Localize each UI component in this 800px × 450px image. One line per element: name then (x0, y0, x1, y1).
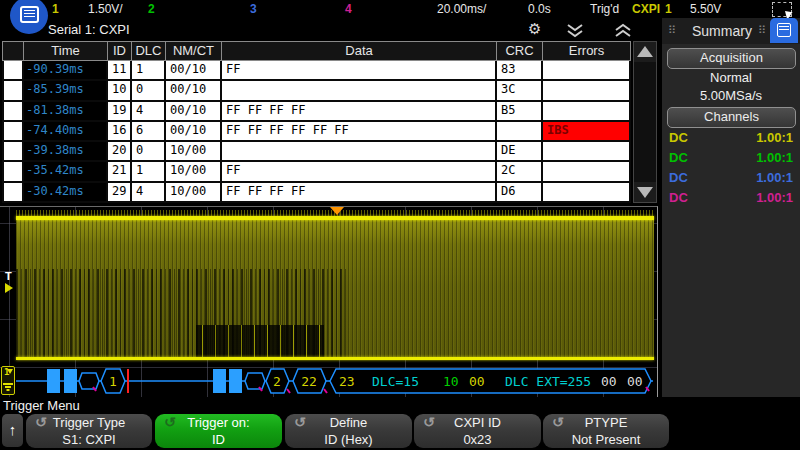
timebase-readout[interactable]: 20.00ms/ (437, 2, 486, 16)
gear-icon[interactable]: ⚙ (528, 20, 541, 38)
waveform-low-level (16, 357, 654, 360)
cell-dlc: 6 (132, 122, 166, 142)
cell-crc: D6 (497, 183, 543, 203)
trigger-status: Trig'd (590, 2, 619, 16)
decode-counter: 22 (301, 374, 317, 389)
serial-panel-title: Serial 1: CXPI (48, 22, 130, 37)
sidebar-title: Summary (692, 23, 752, 39)
table-row[interactable]: -74.40ms 16 6 00/10 FF FF FF FF FF FF IB… (2, 122, 631, 142)
channel-1-badge[interactable]: 1 (52, 2, 59, 16)
channel-2-badge[interactable]: 2 (148, 2, 155, 16)
cell-nmct: 00/10 (166, 81, 222, 101)
cell-dlc: 0 (132, 81, 166, 101)
cell-dlc: 4 (132, 183, 166, 203)
sample-rate: 5.00MSa/s (662, 88, 800, 103)
hamburger-menu-icon (20, 6, 39, 23)
decode-id-1: 1 (109, 374, 117, 389)
channel-4-badge[interactable]: 4 (345, 2, 352, 16)
table-row[interactable]: -39.38ms 20 0 10/00 DE (2, 142, 631, 162)
cell-crc (497, 122, 543, 142)
menu-title: Trigger Menu (3, 398, 80, 413)
serial-lister-panel: Serial 1: CXPI ⚙ Time ID DLC NM/CT Data … (0, 18, 660, 206)
table-row[interactable]: -35.42ms 21 1 10/00 FF 2C (2, 162, 631, 182)
cell-nmct: 10/00 (166, 183, 222, 203)
table-row[interactable]: -90.39ms 11 1 00/10 FF 83 (2, 61, 631, 81)
delay-readout[interactable]: 0.0s (528, 2, 551, 16)
table-row[interactable]: -85.39ms 10 0 00/10 3C (2, 81, 631, 101)
softkey-define[interactable]: ↺ Define ID (Hex) (285, 414, 412, 448)
chevron-double-down-icon[interactable] (564, 23, 586, 39)
list-icon (777, 23, 791, 37)
trigger-level-marker[interactable]: T (5, 270, 12, 282)
cell-crc: 83 (497, 61, 543, 81)
cell-data: FF FF FF FF (222, 102, 497, 122)
decode-pulse (64, 369, 77, 393)
cell-errors (543, 61, 631, 81)
channels-button[interactable]: Channels (667, 107, 796, 128)
softkey-trigger-type[interactable]: ↺ Trigger Type S1: CXPI (26, 414, 152, 448)
cell-dlc: 4 (132, 102, 166, 122)
cell-nmct: 00/10 (166, 102, 222, 122)
grip-dots-icon: ⠿ (668, 24, 675, 37)
trigger-source-num[interactable]: 1 (665, 2, 672, 16)
decode-dlc-ext: DLC EXT=255 (505, 374, 591, 389)
bus-1-badge[interactable]: 1 (1, 366, 15, 395)
scroll-down-button[interactable] (634, 182, 656, 202)
scroll-up-button[interactable] (634, 42, 656, 62)
header-errors: Errors (543, 41, 631, 61)
trigger-level-readout[interactable]: 5.50V (690, 2, 721, 16)
softkey-cxpi-id[interactable]: ↺ CXPI ID 0x23 (414, 414, 541, 448)
decode-pulse (47, 369, 60, 393)
cell-errors (543, 142, 631, 162)
cell-crc: DE (497, 142, 543, 162)
acquisition-button[interactable]: Acquisition (667, 48, 796, 69)
selection-tool-icon[interactable] (772, 2, 792, 17)
cell-time: -30.42ms (24, 183, 108, 203)
cell-dlc: 1 (132, 61, 166, 81)
decode-data-byte: 00 (601, 374, 617, 389)
cell-time: -90.39ms (24, 61, 108, 81)
decode-bus: 1 2 22 23 DLC=15 10 00 DLC EXT=255 00 00 (0, 362, 658, 400)
softkey-ptype[interactable]: ↺ PTYPE Not Present (543, 414, 669, 448)
cell-id: 10 (108, 81, 132, 101)
channel-2-summary: DC 1.00:1 (669, 150, 793, 170)
decode-small-frame (245, 373, 265, 389)
trigger-source-label[interactable]: CXPI (632, 2, 660, 16)
cell-errors (543, 183, 631, 203)
decode-data-byte: 10 (443, 374, 459, 389)
top-status-bar: 1 1.50V/ 2 3 4 20.00ms/ 0.0s Trig'd CXPI… (0, 0, 800, 18)
cell-nmct: 00/10 (166, 122, 222, 142)
table-row[interactable]: -81.38ms 19 4 00/10 FF FF FF FF B5 (2, 102, 631, 122)
cell-dlc: 1 (132, 162, 166, 182)
cell-time: -35.42ms (24, 162, 108, 182)
arrow-down-icon (637, 187, 653, 198)
grip-dots-icon: ⠿ (758, 24, 765, 37)
decode-data-byte: 00 (627, 374, 643, 389)
cell-time: -85.39ms (24, 81, 108, 101)
cell-nmct: 10/00 (166, 142, 222, 162)
cell-nmct: 00/10 (166, 61, 222, 81)
channel-1-scale[interactable]: 1.50V/ (88, 2, 123, 16)
header-time: Time (24, 41, 108, 61)
decode-id-2: 2 (273, 374, 281, 389)
parity-tick (287, 389, 290, 393)
waveform-texture (196, 325, 324, 357)
cell-id: 20 (108, 142, 132, 162)
cell-crc: 3C (497, 81, 543, 101)
softkey-trigger-on[interactable]: ↺ Trigger on: ID (155, 414, 282, 448)
table-row[interactable]: -30.42ms 29 4 10/00 FF FF FF FF D6 (2, 183, 631, 203)
cell-id: 16 (108, 122, 132, 142)
chevron-double-up-icon[interactable] (612, 23, 634, 39)
table-scrollbar[interactable] (633, 41, 657, 203)
trigger-time-marker[interactable] (330, 207, 344, 215)
sidebar-header[interactable]: ⠿ Summary ⠿ (662, 18, 800, 44)
oscilloscope-screen: 1 1.50V/ 2 3 4 20.00ms/ 0.0s Trig'd CXPI… (0, 0, 800, 450)
waveform-display[interactable]: T 1 2 22 23 DLC=15 10 00 DL (0, 206, 658, 397)
sidebar-menu-tab[interactable] (770, 18, 798, 43)
cell-data (222, 142, 497, 162)
cell-dlc: 0 (132, 142, 166, 162)
channel-3-badge[interactable]: 3 (250, 2, 257, 16)
cell-data: FF FF FF FF (222, 183, 497, 203)
menu-back-button[interactable]: ↑ (2, 414, 23, 447)
cell-crc: B5 (497, 102, 543, 122)
